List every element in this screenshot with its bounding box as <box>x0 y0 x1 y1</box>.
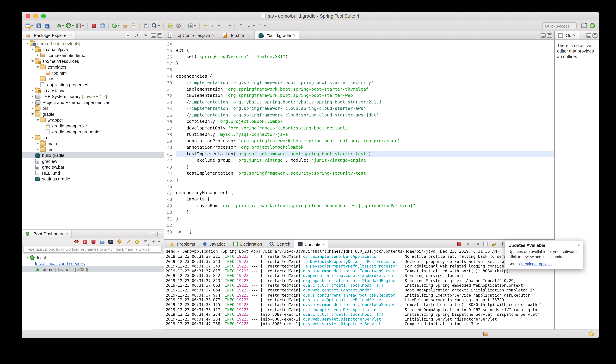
line-number[interactable]: 40 <box>164 144 176 151</box>
view-menu-icon[interactable] <box>142 31 150 39</box>
code-line-30[interactable]: 30 //implementation 'org.springframework… <box>164 80 554 86</box>
code-line-26[interactable]: 26 set('springCloudVersion', "Hoxton.SR1… <box>164 54 554 60</box>
forward-icon[interactable] <box>221 22 232 30</box>
code-line-29[interactable]: 29dependencies { <box>164 73 554 80</box>
expand-arrow-icon[interactable] <box>31 48 35 50</box>
quick-access-input[interactable]: Quick Access <box>542 22 577 29</box>
code-editor[interactable]: 2425ext {26 set('springCloudVersion', "H… <box>164 40 554 239</box>
open-browser-icon[interactable] <box>98 238 106 246</box>
code-line-41[interactable]: 41 testImplementation('org.springframewo… <box>164 151 554 157</box>
reminder-options-link[interactable]: Reminder options <box>521 262 552 266</box>
boot-dashboard-filter-input[interactable] <box>24 246 162 253</box>
line-number[interactable]: 29 <box>164 73 176 80</box>
tree-item-main[interactable]: main <box>22 141 164 146</box>
save-icon[interactable] <box>35 22 42 30</box>
close-view-icon[interactable] <box>66 232 68 236</box>
code-line-36[interactable]: 36 compileOnly 'org.projectlombok:lombok… <box>164 118 554 125</box>
code-line-53[interactable]: 53test { <box>164 229 554 235</box>
tree-item-gradlew[interactable]: gradlew <box>22 158 164 164</box>
line-number[interactable]: 35 <box>164 112 176 118</box>
tree-item-demo[interactable]: demo [devtools] [:8080] <box>22 266 164 272</box>
tree-item-wrapper[interactable]: wrapper <box>22 117 164 123</box>
expand-arrow-icon[interactable] <box>26 43 29 44</box>
next-annotation-icon[interactable] <box>245 22 256 30</box>
search-icon[interactable] <box>150 22 161 30</box>
clear-console-icon[interactable] <box>481 240 489 248</box>
new-icon[interactable] <box>25 22 34 30</box>
close-window-button[interactable] <box>26 13 30 18</box>
package-explorer-tab[interactable]: Package Explorer <box>22 31 75 39</box>
tree-item-gradlew-bat[interactable]: gradlew.bat <box>22 164 164 170</box>
boot-dashboard-tab[interactable]: Boot Dashboard <box>22 230 72 238</box>
zoom-window-button[interactable] <box>41 13 46 18</box>
maximize-view-icon[interactable] <box>157 232 162 236</box>
editor-tab-top-html[interactable]: top.html <box>218 31 254 39</box>
minimize-window-button[interactable] <box>33 13 38 18</box>
close-tab-icon[interactable] <box>293 33 295 37</box>
new-jar-icon[interactable] <box>129 22 137 30</box>
save-all-icon[interactable] <box>43 22 51 30</box>
close-view-icon[interactable] <box>573 33 575 37</box>
tab-javadoc[interactable]: Javadoc <box>198 240 229 248</box>
code-line-32[interactable]: 32 implementation 'org.springframework.b… <box>164 92 554 99</box>
line-number[interactable]: 27 <box>164 60 176 67</box>
editor-tab-topcontroller-java[interactable]: TopController.java <box>164 31 218 39</box>
tree-item-src-test-java[interactable]: src/test/java <box>22 87 164 93</box>
code-line-28[interactable]: 28 <box>164 67 554 73</box>
new-config-icon[interactable] <box>133 238 141 246</box>
minimize-view-icon[interactable] <box>541 33 546 38</box>
link-with-editor-icon[interactable] <box>133 31 141 39</box>
tree-item-com-example-demo[interactable]: com.example.demo <box>22 52 164 58</box>
new-java-project-icon[interactable] <box>98 22 106 30</box>
code-line-31[interactable]: 31 implementation 'org.springframework.b… <box>164 86 554 92</box>
close-tab-icon[interactable] <box>322 242 324 246</box>
expand-arrow-icon[interactable] <box>31 101 35 104</box>
expand-arrow-icon[interactable] <box>31 137 35 138</box>
tree-item-src-main-resources[interactable]: src/main/resources <box>22 58 164 64</box>
pin-editor-icon[interactable] <box>237 22 245 30</box>
line-number[interactable]: 51 <box>164 216 176 222</box>
back-icon[interactable] <box>210 22 221 30</box>
expand-arrow-icon[interactable] <box>36 142 40 144</box>
expand-arrow-icon[interactable] <box>31 113 35 115</box>
previous-annotation-icon[interactable] <box>256 22 267 30</box>
tree-item-test[interactable]: test <box>22 146 164 152</box>
open-config-icon[interactable] <box>124 238 132 246</box>
code-line-50[interactable]: 50 } <box>164 209 554 216</box>
tree-item-settings-gradle[interactable]: settings.gradle <box>22 176 164 182</box>
tree-item-top-html[interactable]: top.html <box>22 70 164 76</box>
line-number[interactable]: 31 <box>164 86 176 92</box>
minimize-view-icon[interactable] <box>151 33 156 38</box>
remove-all-terminated-icon[interactable] <box>473 240 480 248</box>
code-line-40[interactable]: 40 annotationProcessor 'org.projectlombo… <box>164 144 554 151</box>
code-line-25[interactable]: 25ext { <box>164 47 554 54</box>
tab-problems[interactable]: Problems <box>166 240 198 248</box>
maximize-view-icon[interactable] <box>592 33 598 38</box>
popup-close-icon[interactable] <box>577 243 580 248</box>
tree-item-install-local-cloud-services[interactable]: Install local cloud services <box>22 260 164 266</box>
line-number[interactable]: 24 <box>164 41 176 47</box>
editor-tab-build-gradle[interactable]: *build.gradle <box>254 31 299 39</box>
new-package-icon[interactable] <box>121 22 129 30</box>
restart-icon[interactable] <box>81 238 89 246</box>
code-line-37[interactable]: 37 developmentOnly 'org.springframework.… <box>164 125 554 131</box>
tree-item-static[interactable]: static <box>22 76 164 82</box>
external-tools-icon[interactable] <box>187 22 197 30</box>
line-number[interactable]: 32 <box>164 92 176 99</box>
code-line-51[interactable]: 51} <box>164 216 554 222</box>
toggle-mark-occurrences-icon[interactable] <box>166 22 174 30</box>
tree-item-demo[interactable]: demo [boot] [devtools] <box>22 40 164 46</box>
expand-arrow-icon[interactable] <box>31 89 35 92</box>
expand-arrow-icon[interactable] <box>31 60 35 62</box>
new-class-icon[interactable] <box>111 22 121 30</box>
minimize-view-icon[interactable] <box>151 232 156 236</box>
close-view-icon[interactable] <box>70 33 72 37</box>
terminate-icon[interactable] <box>455 240 463 248</box>
line-number[interactable]: 43 <box>164 164 176 170</box>
open-type-icon[interactable] <box>142 22 150 30</box>
stop-icon[interactable] <box>90 238 98 246</box>
code-line-38[interactable]: 38 runtimeOnly 'mysql:mysql-connector-ja… <box>164 131 554 138</box>
line-number[interactable]: 37 <box>164 125 176 131</box>
tree-item-bin[interactable]: bin <box>22 105 164 111</box>
expand-arrow-icon[interactable] <box>31 107 35 109</box>
